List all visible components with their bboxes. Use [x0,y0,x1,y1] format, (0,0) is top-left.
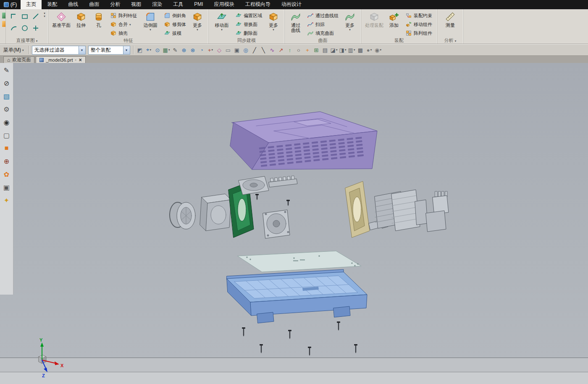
selection-scope-combo[interactable]: 整个装配 ▼ [88,46,130,55]
tab-home[interactable]: 主页 [21,0,42,9]
cover-plate-part[interactable] [238,251,361,272]
tab-analysis[interactable]: 分析 [105,0,126,9]
extrude-button[interactable]: 拉伸 [72,10,90,28]
through-curves-button[interactable]: 通过曲线 [287,10,304,33]
spline-tool-icon[interactable]: ∿ [268,46,277,55]
beige-bezel-part[interactable] [345,181,370,238]
offset-region-button[interactable]: 偏置区域 [234,11,264,20]
tab-application-module[interactable]: 应用模块 [209,0,240,9]
shaded-sphere-icon[interactable]: ◉ [1,117,12,128]
sketch-dropdowns[interactable]: ▾▾ [42,12,47,18]
tab-part-document[interactable]: _model36.prt ▫ × [36,56,85,63]
trim-body-button[interactable]: 修剪体 [162,20,188,29]
edit-pencil-icon[interactable]: ✎ [171,46,180,55]
intersection-snap-icon[interactable]: ⊗ [189,46,197,55]
layer-list-icon[interactable]: ▥▾ [347,46,356,55]
line-tool-2-icon[interactable]: ╲ [259,46,268,55]
file-menu-button[interactable]: (F) [0,0,21,9]
point-plus-icon[interactable] [31,24,40,33]
layered-box-icon[interactable]: ▧ [1,91,12,102]
edge-blend-button[interactable]: 边倒圆▾ [139,10,161,31]
tab-surface[interactable]: 曲面 [84,0,105,9]
pattern-feature-button[interactable]: 阵列特征 [108,11,139,20]
selection-filter-combo[interactable]: 无选择过滤器 ▼ [32,46,86,55]
terminal-block-part[interactable] [426,191,449,232]
hole-button[interactable]: 孔 [90,10,108,28]
pattern-component-button[interactable]: 阵列组件 [404,29,434,37]
fill-surface-button[interactable]: 填充曲面 [305,29,340,37]
close-icon[interactable]: × [79,57,82,63]
orbit-center-icon[interactable]: ⊕ [1,156,12,167]
measure-button[interactable]: 测量 [439,10,461,28]
draft-button[interactable]: 拔模 [162,29,188,37]
orange-face-icon[interactable]: ■ [1,143,12,154]
globe-display-icon[interactable]: ◉▾ [374,46,383,55]
through-curve-mesh-button[interactable]: 通过曲线组 [305,11,340,20]
circle-icon[interactable] [20,24,29,33]
part-display-icon[interactable]: ◩ [136,46,144,55]
wire-cube-icon[interactable]: ▣ [233,46,242,55]
chevron-down-icon[interactable]: ▼ [123,46,130,54]
tab-pmi[interactable]: PMI [189,0,208,9]
fit-view-icon[interactable]: ▣ [1,182,12,193]
add-component-button[interactable]: 添加 [385,10,403,28]
fan-grill-part[interactable] [170,202,195,229]
chevron-down-icon[interactable]: ▼ [79,46,85,54]
window-tile-icon[interactable]: ▤ [321,46,330,55]
show-hide-icon[interactable]: ⊘ [1,78,12,89]
sparkle-icon[interactable]: ✦ [1,195,12,206]
lower-fan-part[interactable] [263,210,290,238]
replace-face-button[interactable]: 替换面 [234,20,264,29]
point-plus-icon[interactable]: +▾ [206,46,215,55]
float-window-icon[interactable]: ▫ [75,58,76,62]
vector-up-icon[interactable]: ↑ [286,46,294,55]
relay-block-part[interactable] [375,190,428,231]
fan-blade-icon[interactable]: ✿ [1,169,12,180]
sweep-button[interactable]: 扫掠 [305,20,340,29]
move-component-button[interactable]: 移动组件 [404,20,434,29]
grid-table-icon[interactable]: ▦▾ [162,46,171,55]
graphics-window[interactable]: Y X Z [0,63,588,384]
snapshot-window-icon[interactable]: ▢ [1,130,12,141]
shaded-cube-icon[interactable]: ◪▾ [330,46,339,55]
arc-icon[interactable] [9,24,18,33]
upper-fan-part[interactable] [239,176,297,195]
bounded-plane-icon[interactable]: ▭ [224,46,233,55]
line-icon[interactable] [31,12,40,21]
point-tool-icon[interactable]: ⊙ [153,46,162,55]
line-tool-icon[interactable]: ╱ [250,46,259,55]
sync-more-button[interactable]: 更多▾ [265,10,282,31]
tab-tools[interactable]: 工具 [168,0,189,9]
move-face-button[interactable]: 移动面▾ [211,10,233,31]
tab-animation-design[interactable]: 动画设计 [276,0,307,9]
menu-button[interactable]: 菜单(M)▾ [1,45,26,55]
snap-point-icon[interactable]: ⌖▾ [144,46,153,55]
pattern-squares-icon[interactable]: ▩ [356,46,365,55]
midpoint-snap-icon[interactable]: ⊕ [180,46,189,55]
mounting-bracket-part[interactable] [200,194,231,231]
spreadsheet-icon[interactable]: ⊞ [312,46,321,55]
plus-tool-icon[interactable]: + [303,46,312,55]
top-cover-part[interactable] [230,112,377,170]
unite-button[interactable]: 合并▾ [108,20,139,29]
half-shade-icon[interactable]: ◨▾ [339,46,347,55]
base-chassis-part[interactable] [227,269,367,323]
circle-center-icon[interactable]: ◎ [242,46,250,55]
tab-welcome-page[interactable]: ⌂ 欢迎页面 [3,56,34,63]
surface-more-button[interactable]: 更多▾ [341,10,359,31]
tab-curve[interactable]: 曲线 [63,0,84,9]
settings-gears-icon[interactable]: ⚙ [1,104,12,115]
circle-tool-icon[interactable]: ○ [294,46,303,55]
sketch-pencil-icon[interactable]: ✎ [1,65,12,76]
tab-assembly[interactable]: 装配 [42,0,63,9]
datum-plane-button[interactable]: 基准平面 [50,10,72,28]
delete-face-button[interactable]: 删除面 [234,29,264,37]
polyline-tool-icon[interactable]: ↗ [277,46,286,55]
assembly-constraints-button[interactable]: 装配约束 [404,11,434,20]
chamfer-button[interactable]: 倒斜角 [162,11,188,20]
profile-icon[interactable] [9,12,18,21]
tab-render[interactable]: 渲染 [147,0,168,9]
tab-view[interactable]: 视图 [126,0,147,9]
quadrant-snap-icon[interactable]: ◔ [197,46,206,55]
feature-more-button[interactable]: 更多▾ [189,10,206,31]
